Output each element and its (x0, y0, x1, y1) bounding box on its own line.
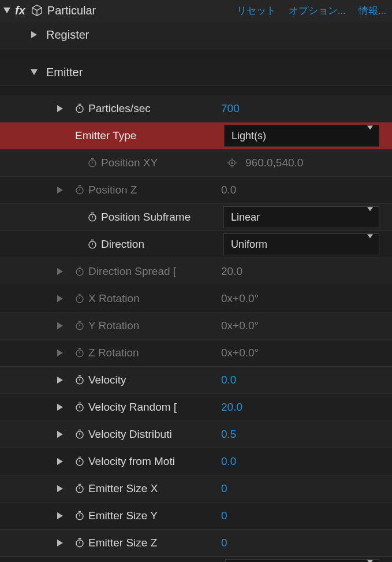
prop-value[interactable]: 0x+0.0° (221, 347, 259, 359)
row-direction: Direction Uniform (0, 231, 392, 258)
group-register[interactable]: Register (0, 21, 392, 49)
row-velocity-from-motion: Velocity from Moti 0.0 (0, 448, 392, 475)
direction-dropdown[interactable]: Uniform (223, 233, 379, 255)
group-label: Register (46, 28, 89, 42)
stopwatch-icon[interactable] (71, 348, 88, 358)
prop-label: Direction (101, 238, 144, 250)
info-link[interactable]: 情報... (359, 4, 386, 17)
chevron-down-icon (367, 235, 373, 250)
psm-dropdown[interactable]: Light Intensity (225, 559, 379, 562)
twirl[interactable] (55, 187, 65, 193)
twirl[interactable] (55, 377, 65, 384)
prop-label: Velocity Distributi (88, 428, 172, 440)
row-y-rotation: Y Rotation 0x+0.0° (0, 312, 392, 340)
twirl[interactable] (55, 404, 65, 411)
dropdown-value: Linear (231, 211, 260, 224)
prop-label: Particles/sec (88, 102, 151, 114)
stopwatch-icon[interactable] (71, 402, 88, 412)
twirl[interactable] (55, 322, 65, 329)
row-emitter-size-z: Emitter Size Z 0 (0, 530, 392, 557)
row-position-xy: Position XY 960.0,540.0 (0, 150, 392, 177)
prop-value[interactable]: 960.0,540.0 (245, 157, 303, 169)
dropdown-value: Uniform (231, 239, 267, 251)
twirl[interactable] (55, 539, 65, 546)
row-position-subframe: Position Subframe Linear (0, 204, 392, 231)
prop-value[interactable]: 0.5 (221, 428, 236, 441)
effect-header: fx Particular リセット オプション... 情報... (0, 0, 392, 21)
chevron-down-icon (367, 560, 373, 563)
stopwatch-icon[interactable] (71, 375, 88, 385)
row-z-rotation: Z Rotation 0x+0.0° (0, 340, 392, 367)
stopwatch-icon[interactable] (71, 266, 88, 277)
stopwatch-icon[interactable] (84, 239, 101, 250)
row-velocity: Velocity 0.0 (0, 367, 392, 394)
prop-label: Emitter Size X (88, 482, 158, 494)
prop-label: Velocity from Moti (88, 455, 175, 467)
prop-label: Direction Spread [ (88, 265, 176, 277)
twirl-down-icon (31, 69, 38, 75)
row-velocity-distribution: Velocity Distributi 0.5 (0, 421, 392, 448)
twirl[interactable] (55, 349, 65, 356)
stopwatch-icon[interactable] (71, 456, 88, 467)
row-velocity-random: Velocity Random [ 20.0 (0, 394, 392, 421)
group-emitter[interactable]: Emitter (0, 59, 392, 86)
fx-badge-icon[interactable]: fx (15, 4, 25, 17)
crosshair-icon[interactable] (223, 157, 241, 169)
prop-label: X Rotation (88, 292, 140, 304)
prop-value[interactable]: 0 (221, 482, 227, 495)
position-subframe-dropdown[interactable]: Linear (223, 206, 379, 228)
prop-value[interactable]: 0x+0.0° (221, 319, 259, 332)
collapse-toggle-icon[interactable] (3, 8, 10, 13)
twirl[interactable] (55, 268, 65, 275)
row-x-rotation: X Rotation 0x+0.0° (0, 285, 392, 312)
stopwatch-icon[interactable] (84, 158, 101, 168)
prop-value[interactable]: 0 (221, 537, 227, 549)
prop-value[interactable]: 0.0 (221, 374, 236, 386)
dropdown-value: Light(s) (232, 130, 266, 142)
plugin-name: Particular (47, 4, 96, 17)
emitter-type-dropdown[interactable]: Light(s) (224, 125, 379, 147)
prop-value[interactable]: 20.0 (221, 401, 242, 414)
group-label: Emitter (46, 66, 83, 79)
prop-value[interactable]: 0 (221, 509, 227, 522)
options-link[interactable]: オプション... (289, 4, 346, 17)
stopwatch-icon[interactable] (71, 511, 88, 521)
prop-label: Velocity Random [ (88, 401, 177, 413)
twirl[interactable] (55, 458, 65, 465)
stopwatch-icon[interactable] (71, 103, 88, 114)
row-emitter-type: Emitter Type Light(s) (0, 122, 392, 150)
row-position-z: Position Z 0.0 (0, 177, 392, 204)
effect-panel: fx Particular リセット オプション... 情報... Regist… (0, 0, 392, 562)
prop-value[interactable]: 0.0 (221, 455, 236, 468)
prop-value[interactable]: 0.0 (221, 184, 236, 196)
stopwatch-icon[interactable] (71, 321, 88, 331)
prop-label: Z Rotation (88, 347, 139, 359)
twirl[interactable] (55, 485, 65, 492)
prop-value[interactable]: 20.0 (221, 265, 242, 278)
reset-link[interactable]: リセット (237, 4, 276, 17)
twirl[interactable] (55, 105, 65, 112)
row-particles-sec: Particles/sec 700 (0, 95, 392, 122)
stopwatch-icon[interactable] (71, 185, 88, 195)
prop-label: Emitter Size Y (88, 509, 158, 522)
prop-value[interactable]: 0x+0.0° (221, 292, 259, 305)
twirl[interactable] (55, 295, 65, 302)
chevron-down-icon (367, 207, 373, 223)
stopwatch-icon[interactable] (71, 293, 88, 304)
twirl[interactable] (55, 512, 65, 519)
stopwatch-icon[interactable] (71, 429, 88, 440)
prop-label: Y Rotation (88, 319, 139, 332)
prop-label: Position Subframe (101, 211, 191, 223)
row-particles-sec-modifier: Particles/sec modifier Light Intensity (0, 557, 392, 562)
row-emitter-size-x: Emitter Size X 0 (0, 475, 392, 503)
row-direction-spread: Direction Spread [ 20.0 (0, 258, 392, 285)
stopwatch-icon[interactable] (71, 483, 88, 494)
twirl[interactable] (55, 431, 65, 438)
prop-value[interactable]: 700 (221, 102, 240, 115)
prop-label: Emitter Type (75, 129, 136, 142)
stopwatch-icon[interactable] (71, 538, 88, 548)
svg-point-3 (232, 162, 233, 164)
stopwatch-icon[interactable] (84, 212, 101, 222)
header-links: リセット オプション... 情報... (237, 4, 386, 17)
twirl-right-icon (31, 31, 37, 38)
